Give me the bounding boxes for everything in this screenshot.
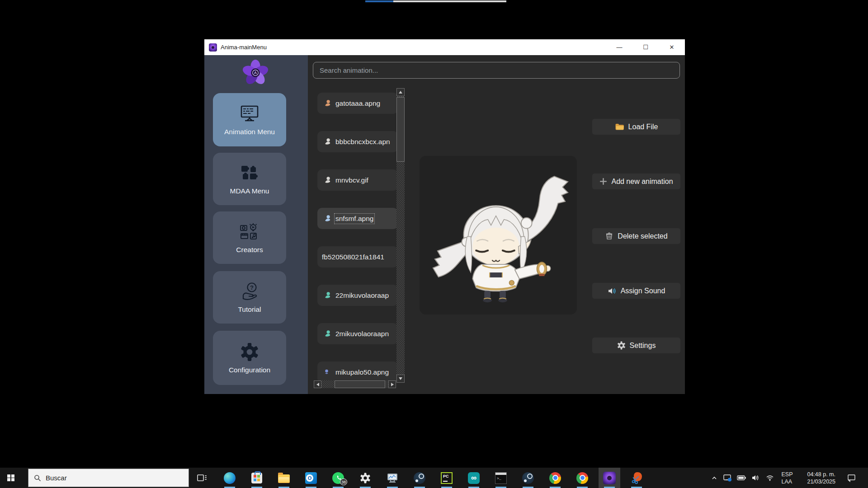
taskbar-app-steam-2[interactable] xyxy=(517,468,539,488)
taskbar-app-settings[interactable] xyxy=(354,468,376,488)
file-name: mikupalo50.apng xyxy=(335,368,389,376)
taskbar-app-chrome[interactable] xyxy=(544,468,566,488)
list-item[interactable]: mikupalo50.apng xyxy=(317,361,398,383)
gear-icon xyxy=(240,342,259,362)
frieren-chibi-preview xyxy=(420,156,577,314)
taskbar-app-steam[interactable] xyxy=(409,468,430,488)
tray-wifi-icon[interactable] xyxy=(764,468,776,488)
steam-icon xyxy=(522,472,534,484)
taskbar-app-clip-tool[interactable] xyxy=(626,468,647,488)
maximize-button[interactable]: ☐ xyxy=(632,39,659,55)
sidebar-item-animation-menu[interactable]: Animation Menu xyxy=(213,93,286,146)
sidebar-item-label: MDAA Menu xyxy=(230,187,269,195)
edge-icon xyxy=(224,472,236,484)
list-item[interactable]: gatotaaa.apng xyxy=(317,93,398,114)
list-item[interactable]: 2mikuvolaoraapn xyxy=(317,323,398,344)
assign-sound-button[interactable]: Assign Sound xyxy=(592,283,680,299)
tray-battery-icon[interactable] xyxy=(736,468,747,488)
svg-text:A: A xyxy=(254,70,257,75)
settings-button[interactable]: Settings xyxy=(592,338,680,353)
tray-volume-icon[interactable] xyxy=(750,468,761,488)
notification-icon xyxy=(847,474,856,482)
list-item[interactable]: fb520508021fa1841 xyxy=(317,246,398,267)
animation-thumbnail-icon xyxy=(324,215,331,222)
search-input[interactable] xyxy=(313,62,680,79)
list-item-selected[interactable]: snfsmf.apng xyxy=(317,208,398,229)
scroll-right-button[interactable] xyxy=(388,380,396,388)
titlebar[interactable]: Anima-mainMenu — ☐ ✕ xyxy=(204,39,685,55)
tray-cast-icon[interactable] xyxy=(722,468,733,488)
scroll-left-button[interactable] xyxy=(314,380,321,388)
preview-panel xyxy=(420,156,577,314)
question-hand-icon: ? xyxy=(240,282,259,301)
triangle-left-icon xyxy=(316,383,319,386)
background-window-edge xyxy=(393,0,506,2)
triangle-right-icon xyxy=(391,383,394,386)
taskbar-app-anima[interactable] xyxy=(599,468,620,488)
animation-thumbnail-icon xyxy=(324,176,331,184)
load-file-button[interactable]: Load File xyxy=(592,119,680,135)
taskbar-app-store[interactable] xyxy=(246,468,268,488)
action-center-button[interactable] xyxy=(844,468,859,488)
microsoft-store-icon xyxy=(251,473,262,483)
start-button[interactable] xyxy=(0,468,22,488)
sidebar-item-creators[interactable]: Creators xyxy=(213,211,286,264)
animation-thumbnail-icon xyxy=(324,99,331,107)
clip-tool-icon xyxy=(631,472,642,484)
sidebar-item-mdaa-menu[interactable]: MDAA Menu xyxy=(213,153,286,205)
puzzle-icon xyxy=(240,163,259,183)
svg-text:?: ? xyxy=(250,284,254,291)
delete-selected-button[interactable]: Delete selected xyxy=(592,228,680,244)
list-item[interactable]: mnvbcv.gif xyxy=(317,169,398,191)
animation-thumbnail-icon xyxy=(324,330,331,338)
scrollbar-thumb[interactable] xyxy=(396,97,405,162)
triangle-down-icon xyxy=(399,377,402,380)
vertical-scrollbar[interactable] xyxy=(396,88,405,383)
list-item[interactable]: bbbcbncxbcx.apn xyxy=(317,131,398,152)
taskbar-app-chrome-2[interactable] xyxy=(571,468,593,488)
file-name: snfsmf.apng xyxy=(335,215,373,223)
sidebar-item-tutorial[interactable]: ? Tutorial xyxy=(213,271,286,324)
close-button[interactable]: ✕ xyxy=(659,39,685,55)
sidebar-item-label: Configuration xyxy=(229,366,270,374)
taskbar-app-whatsapp[interactable]: 38 xyxy=(327,468,349,488)
sidebar-item-configuration[interactable]: Configuration xyxy=(213,331,286,385)
taskbar-app-outlook[interactable] xyxy=(300,468,322,488)
window-controls: — ☐ ✕ xyxy=(606,39,685,55)
clock-time: 04:48 p. m. xyxy=(797,471,835,478)
trash-icon xyxy=(605,232,613,240)
minimize-button[interactable]: — xyxy=(606,39,632,55)
taskbar-app-arduino[interactable]: ∞ xyxy=(463,468,485,488)
horizontal-scrollbar[interactable] xyxy=(314,380,396,388)
search-icon xyxy=(34,474,41,482)
windows-logo-icon xyxy=(7,474,14,482)
speaker-icon xyxy=(608,287,617,295)
taskbar-app-pycharm[interactable]: PC xyxy=(436,468,458,488)
tray-language-indicator[interactable]: ESP LAA xyxy=(778,468,796,488)
taskbar-app-edge[interactable] xyxy=(219,468,241,488)
scrollbar-thumb[interactable] xyxy=(335,380,385,388)
steam-icon xyxy=(414,472,425,484)
taskbar-search[interactable]: Buscar xyxy=(28,469,189,487)
plus-icon xyxy=(599,178,607,185)
sidebar-item-label: Tutorial xyxy=(238,305,261,314)
add-new-animation-button[interactable]: Add new animation xyxy=(592,174,680,189)
taskbar-app-task-manager[interactable] xyxy=(382,468,403,488)
list-item[interactable]: 22mikuvolaoraap xyxy=(317,285,398,306)
anima-icon xyxy=(603,472,616,484)
taskbar-app-terminal[interactable] xyxy=(490,468,512,488)
task-view-icon xyxy=(197,473,208,483)
tray-clock[interactable]: 04:48 p. m. 21/03/2025 xyxy=(797,468,835,488)
tray-expand-button[interactable] xyxy=(709,468,720,488)
triangle-up-icon xyxy=(399,91,402,94)
taskbar: Buscar xyxy=(0,468,868,488)
scroll-up-button[interactable] xyxy=(396,88,405,96)
task-view-button[interactable] xyxy=(191,468,213,488)
window-title: Anima-mainMenu xyxy=(221,44,267,51)
task-manager-icon xyxy=(387,472,398,484)
sidebar-item-label: Creators xyxy=(236,246,263,254)
taskbar-app-file-explorer[interactable] xyxy=(273,468,295,488)
scroll-down-button[interactable] xyxy=(396,375,405,383)
taskbar-search-placeholder: Buscar xyxy=(46,474,67,482)
settings-label: Settings xyxy=(630,342,656,350)
